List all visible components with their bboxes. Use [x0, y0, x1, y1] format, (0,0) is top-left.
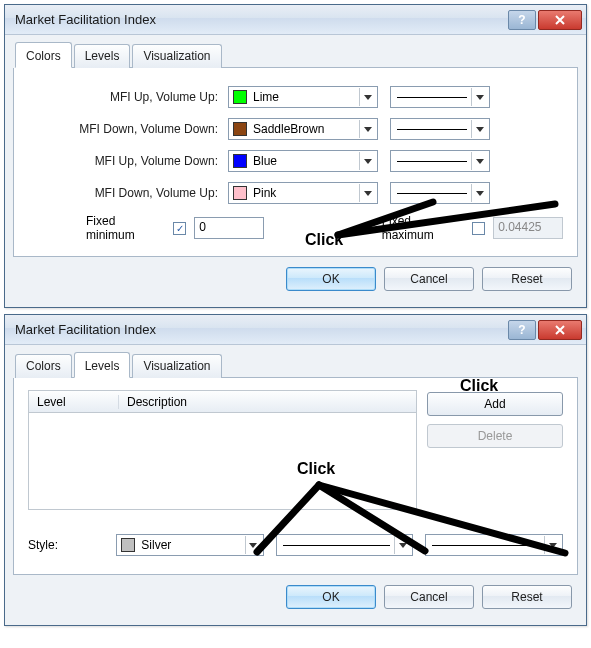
style-row: Style: Silver — [28, 534, 563, 556]
button-bar: OK Cancel Reset — [13, 257, 578, 301]
delete-level-button[interactable]: Delete — [427, 424, 563, 448]
fixed-minmax-row: Fixed minimum ✓ 0 Fixed maximum 0.04425 — [28, 214, 563, 242]
levels-panel: Level Description Add Delete Style: Silv… — [13, 378, 578, 575]
button-bar: OK Cancel Reset — [13, 575, 578, 619]
tab-strip: Colors Levels Visualization — [15, 351, 578, 378]
add-level-button[interactable]: Add — [427, 392, 563, 416]
line-style-dropdown[interactable] — [390, 150, 490, 172]
color-row: MFI Up, Volume Down: Blue — [28, 150, 563, 172]
color-dropdown[interactable]: Pink — [228, 182, 378, 204]
colors-panel: MFI Up, Volume Up: Lime MFI Down, Volume… — [13, 68, 578, 257]
chevron-down-icon — [359, 184, 375, 202]
row-label: MFI Up, Volume Up: — [28, 90, 228, 104]
window-title: Market Facilitation Index — [15, 12, 506, 27]
help-button[interactable]: ? — [508, 320, 536, 340]
color-name: Pink — [253, 186, 359, 200]
chevron-down-icon — [394, 536, 410, 554]
reset-button[interactable]: Reset — [482, 267, 572, 291]
line-sample-icon — [397, 161, 467, 162]
chevron-down-icon — [471, 88, 487, 106]
fixed-min-label: Fixed minimum — [86, 214, 167, 242]
chevron-down-icon — [245, 536, 261, 554]
chevron-down-icon — [359, 88, 375, 106]
line-sample-icon — [283, 545, 391, 546]
style-weight-dropdown[interactable] — [425, 534, 563, 556]
tab-visualization[interactable]: Visualization — [132, 44, 221, 68]
reset-button[interactable]: Reset — [482, 585, 572, 609]
window-title: Market Facilitation Index — [15, 322, 506, 337]
color-swatch-icon — [121, 538, 135, 552]
color-name: Lime — [253, 90, 359, 104]
color-name: SaddleBrown — [253, 122, 359, 136]
cancel-button[interactable]: Cancel — [384, 267, 474, 291]
col-description[interactable]: Description — [119, 395, 416, 409]
tab-colors[interactable]: Colors — [15, 354, 72, 378]
row-label: MFI Up, Volume Down: — [28, 154, 228, 168]
color-swatch-icon — [233, 122, 247, 136]
chevron-down-icon — [471, 184, 487, 202]
tab-colors[interactable]: Colors — [15, 42, 72, 68]
tab-visualization[interactable]: Visualization — [132, 354, 221, 378]
color-row: MFI Down, Volume Up: Pink — [28, 182, 563, 204]
row-label: MFI Down, Volume Up: — [28, 186, 228, 200]
line-sample-icon — [397, 97, 467, 98]
titlebar: Market Facilitation Index ? — [5, 5, 586, 35]
fixed-max-label: Fixed maximum — [382, 214, 466, 242]
color-dropdown[interactable]: Lime — [228, 86, 378, 108]
line-sample-icon — [432, 545, 540, 546]
close-button[interactable] — [538, 320, 582, 340]
fixed-max-checkbox[interactable] — [472, 222, 485, 235]
line-sample-icon — [397, 129, 467, 130]
line-style-dropdown[interactable] — [390, 86, 490, 108]
ok-button[interactable]: OK — [286, 267, 376, 291]
titlebar: Market Facilitation Index ? — [5, 315, 586, 345]
levels-side-buttons: Add Delete — [417, 390, 563, 510]
chevron-down-icon — [471, 120, 487, 138]
levels-header: Level Description — [29, 391, 416, 413]
line-sample-icon — [397, 193, 467, 194]
tab-levels[interactable]: Levels — [74, 352, 131, 378]
ok-button[interactable]: OK — [286, 585, 376, 609]
col-level[interactable]: Level — [29, 395, 119, 409]
style-line-dropdown[interactable] — [276, 534, 414, 556]
row-label: MFI Down, Volume Down: — [28, 122, 228, 136]
color-swatch-icon — [233, 90, 247, 104]
levels-table[interactable]: Level Description — [28, 390, 417, 510]
color-row: MFI Up, Volume Up: Lime — [28, 86, 563, 108]
style-color-name: Silver — [141, 538, 244, 552]
color-dropdown[interactable]: SaddleBrown — [228, 118, 378, 140]
help-button[interactable]: ? — [508, 10, 536, 30]
fixed-max-input[interactable]: 0.04425 — [493, 217, 563, 239]
line-style-dropdown[interactable] — [390, 118, 490, 140]
color-dropdown[interactable]: Blue — [228, 150, 378, 172]
levels-columns: Level Description — [29, 391, 416, 509]
line-style-dropdown[interactable] — [390, 182, 490, 204]
dialog-colors: Market Facilitation Index ? Colors Level… — [4, 4, 587, 308]
close-button[interactable] — [538, 10, 582, 30]
chevron-down-icon — [471, 152, 487, 170]
fixed-min-checkbox[interactable]: ✓ — [173, 222, 186, 235]
cancel-button[interactable]: Cancel — [384, 585, 474, 609]
style-color-dropdown[interactable]: Silver — [116, 534, 263, 556]
chevron-down-icon — [359, 120, 375, 138]
color-swatch-icon — [233, 154, 247, 168]
tab-levels[interactable]: Levels — [74, 44, 131, 68]
tab-strip: Colors Levels Visualization — [15, 41, 578, 68]
dialog-levels: Market Facilitation Index ? Colors Level… — [4, 314, 587, 626]
color-row: MFI Down, Volume Down: SaddleBrown — [28, 118, 563, 140]
fixed-min-input[interactable]: 0 — [194, 217, 264, 239]
chevron-down-icon — [359, 152, 375, 170]
color-swatch-icon — [233, 186, 247, 200]
chevron-down-icon — [544, 536, 560, 554]
style-label: Style: — [28, 538, 116, 552]
color-name: Blue — [253, 154, 359, 168]
